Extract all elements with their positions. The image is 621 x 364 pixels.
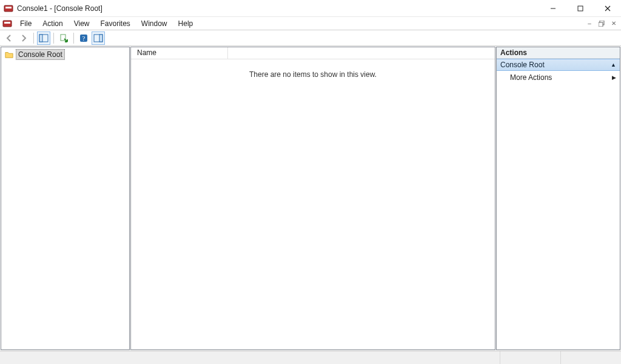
workspace: Console Root Name There are no items to … [0, 46, 621, 351]
forward-button[interactable] [17, 31, 30, 45]
minimize-button[interactable] [539, 0, 566, 17]
actions-section-label: Console Root [500, 61, 545, 69]
status-spacer [0, 351, 500, 364]
collapse-icon: ▲ [611, 62, 616, 68]
action-label: More Actions [510, 73, 552, 82]
export-list-button[interactable] [57, 31, 70, 45]
folder-icon [5, 50, 13, 59]
result-pane[interactable]: Name There are no items to show in this … [130, 47, 495, 350]
svg-rect-1 [5, 7, 12, 8]
menu-action[interactable]: Action [37, 18, 68, 29]
menu-help[interactable]: Help [173, 18, 199, 29]
tree-item-label: Console Root [16, 49, 65, 60]
show-hide-action-pane-button[interactable] [92, 31, 105, 45]
status-cell [560, 351, 621, 364]
actions-pane: Actions Console Root ▲ More Actions ▶ [496, 47, 620, 350]
maximize-button[interactable] [566, 0, 594, 17]
svg-rect-11 [39, 35, 42, 42]
console-tree-pane[interactable]: Console Root [1, 47, 130, 350]
back-button[interactable] [2, 31, 16, 45]
submenu-arrow-icon: ▶ [612, 74, 616, 81]
window-controls [539, 0, 621, 17]
column-header-row: Name [131, 47, 495, 59]
actions-pane-title: Actions [497, 47, 620, 59]
title-bar: Console1 - [Console Root] [0, 0, 621, 17]
svg-rect-7 [4, 22, 10, 24]
show-hide-tree-button[interactable] [37, 31, 50, 45]
menu-file[interactable]: File [15, 18, 37, 29]
app-icon [4, 4, 13, 13]
mdi-controls: – ✕ [585, 19, 621, 28]
toolbar: ? [0, 30, 621, 46]
empty-view-message: There are no items to show in this view. [131, 59, 495, 349]
menu-view[interactable]: View [69, 18, 95, 29]
toolbar-separator [53, 33, 54, 44]
svg-rect-3 [578, 6, 583, 11]
help-button[interactable]: ? [77, 31, 90, 45]
status-bar [0, 351, 621, 364]
mdi-minimize-button[interactable]: – [585, 19, 594, 28]
close-button[interactable] [594, 0, 621, 17]
window-title: Console1 - [Console Root] [17, 4, 102, 13]
toolbar-separator [73, 33, 74, 44]
mdi-close-button[interactable]: ✕ [609, 19, 619, 28]
actions-section-header[interactable]: Console Root ▲ [497, 59, 620, 71]
toolbar-separator [33, 33, 34, 44]
menu-favorites[interactable]: Favorites [95, 18, 136, 29]
column-header-name[interactable]: Name [131, 47, 228, 59]
mdi-restore-button[interactable] [597, 19, 606, 28]
status-cell [500, 351, 560, 364]
svg-text:?: ? [82, 35, 86, 42]
svg-rect-9 [599, 22, 603, 27]
menu-bar: File Action View Favorites Window Help –… [0, 17, 621, 30]
tree-item-console-root[interactable]: Console Root [2, 48, 128, 61]
action-more-actions[interactable]: More Actions ▶ [497, 71, 620, 84]
menu-window[interactable]: Window [136, 18, 173, 29]
svg-rect-16 [99, 35, 102, 42]
mmc-doc-icon [2, 19, 12, 28]
